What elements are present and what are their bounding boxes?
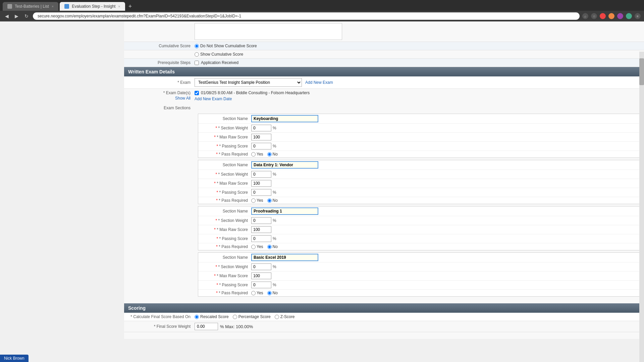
pass-req-no-1[interactable]: No — [267, 152, 278, 157]
extension-icon-red[interactable] — [600, 13, 606, 19]
max-raw-label-4: * * Max Raw Score — [201, 274, 251, 278]
section-3-passing-input[interactable] — [251, 235, 271, 242]
pass-req-yes-4[interactable]: Yes — [251, 291, 263, 295]
section-1-name-row: Section Name — [198, 114, 640, 124]
section-3-name-input[interactable] — [251, 207, 318, 215]
pass-req-no-4[interactable]: No — [267, 291, 278, 295]
section-name-label-3: Section Name — [201, 209, 251, 214]
status-bar: Nick Brown — [0, 355, 29, 362]
pass-req-label-4: * * Pass Required — [201, 291, 251, 295]
section-2-weight-input[interactable] — [251, 171, 271, 178]
description-textarea[interactable] — [195, 23, 342, 40]
percentage-score-option[interactable]: Percentage Score — [233, 314, 271, 319]
section-2-name-input[interactable] — [251, 161, 318, 169]
pass-req-yes-3[interactable]: Yes — [251, 244, 263, 249]
section-1-passing-input[interactable] — [251, 143, 271, 149]
exam-controls: TestGenius Test Insight Sample Position … — [195, 78, 333, 87]
final-score-weight-controls: % Max: 100.00% — [195, 323, 253, 330]
tab-bar: Test-Batteries | List × Evaluation Step … — [0, 0, 644, 11]
section-4-weight-input[interactable] — [251, 263, 271, 270]
forward-button[interactable]: ▶ — [13, 13, 20, 19]
menu-icon[interactable]: ≡ — [635, 13, 641, 19]
exam-select[interactable]: TestGenius Test Insight Sample Position — [195, 78, 302, 87]
percentage-score-radio[interactable] — [233, 315, 237, 319]
final-score-weight-input[interactable] — [195, 323, 218, 330]
scrollbar[interactable] — [639, 52, 644, 362]
textarea-row — [124, 21, 644, 42]
pass-req-no-radio-2[interactable] — [267, 198, 272, 203]
exam-label: * Exam — [127, 80, 195, 85]
star-icon[interactable]: ☆ — [591, 13, 597, 19]
cumulative-radio-no[interactable] — [195, 44, 199, 48]
pass-req-yes-radio-3[interactable] — [251, 245, 256, 249]
section-2-passing-input[interactable] — [251, 189, 271, 196]
calculate-score-label: * Calculate Final Score Based On — [127, 314, 195, 319]
pass-req-no-radio-3[interactable] — [267, 245, 272, 249]
pct-4: % — [273, 264, 276, 269]
exam-date-checkbox[interactable] — [195, 91, 199, 95]
zscore-radio[interactable] — [275, 315, 279, 319]
scroll-thumb[interactable] — [639, 58, 644, 85]
tab-batteries[interactable]: Test-Batteries | List × — [3, 2, 58, 11]
search-icon[interactable]: ⌕ — [582, 13, 588, 19]
extension-icon-green[interactable] — [626, 13, 632, 19]
section-weight-label-2: * * Section Weight — [201, 172, 251, 177]
main-area: Cumulative Score Do Not Show Cumulative … — [0, 21, 644, 339]
cumulative-score-options2: Show Cumulative Score — [195, 52, 243, 57]
extension-icon-orange[interactable] — [608, 13, 614, 19]
section-4-name-input[interactable] — [251, 254, 318, 261]
section-3-weight-input[interactable] — [251, 217, 271, 224]
cumulative-score-option1[interactable]: Do Not Show Cumulative Score — [195, 44, 257, 48]
tab-favicon-1 — [7, 4, 12, 9]
add-new-exam-link[interactable]: Add New Exam — [305, 80, 333, 85]
section-3-maxraw-input[interactable] — [251, 226, 271, 233]
max-raw-label-3: * * Max Raw Score — [201, 227, 251, 232]
section-block-1: Section Name * * Section Weight % * * Ma… — [198, 114, 640, 158]
pct-1: % — [273, 126, 276, 130]
written-exam-header: Written Exam Details — [124, 67, 644, 76]
section-1-passing-row: * * Passing Score % — [198, 142, 640, 151]
cumulative-score-label: Cumulative Score — [127, 44, 195, 48]
pass-req-no-radio-4[interactable] — [267, 291, 272, 295]
zscore-option[interactable]: Z-Score — [275, 314, 295, 319]
page-wrapper: Cumulative Score Do Not Show Cumulative … — [0, 21, 644, 362]
scoring-header: Scoring — [124, 303, 644, 313]
section-1-maxraw-input[interactable] — [251, 134, 271, 140]
section-4-passing-input[interactable] — [251, 282, 271, 288]
section-1-name-input[interactable] — [251, 115, 318, 122]
new-tab-button[interactable]: + — [126, 3, 134, 10]
pass-req-yes-radio-1[interactable] — [251, 152, 256, 157]
section-block-3: Section Name * * Section Weight % * * Ma… — [198, 206, 640, 250]
section-4-maxraw-input[interactable] — [251, 273, 271, 279]
exam-row: * Exam TestGenius Test Insight Sample Po… — [124, 76, 644, 89]
show-all-link[interactable]: Show All — [127, 96, 191, 101]
section-2-maxraw-input[interactable] — [251, 180, 271, 187]
passing-score-label-2: * * Passing Score — [201, 190, 251, 195]
cumulative-radio-yes[interactable] — [195, 52, 199, 57]
rescaled-score-radio[interactable] — [195, 315, 199, 319]
section-1-weight-input[interactable] — [251, 125, 271, 131]
section-block-4: Section Name * * Section Weight % * * Ma… — [198, 252, 640, 297]
extension-icon-purple[interactable] — [617, 13, 623, 19]
add-new-exam-date-link[interactable]: Add New Exam Date — [195, 97, 310, 101]
tab-evaluation[interactable]: Evaluation Step - Insight × — [60, 2, 125, 11]
pass-req-no-radio-1[interactable] — [267, 152, 272, 157]
pass-req-yes-radio-4[interactable] — [251, 291, 256, 295]
prerequisite-checkbox[interactable] — [195, 61, 199, 65]
back-button[interactable]: ◀ — [3, 13, 10, 19]
pass-req-no-3[interactable]: No — [267, 244, 278, 249]
scoring-header-text: Scoring — [128, 305, 146, 311]
pass-req-yes-radio-2[interactable] — [251, 198, 256, 203]
section-3-weight-row: * * Section Weight % — [198, 216, 640, 225]
refresh-button[interactable]: ↻ — [23, 13, 30, 19]
cumulative-score-option2[interactable]: Show Cumulative Score — [195, 52, 243, 57]
pass-req-no-2[interactable]: No — [267, 198, 278, 203]
prerequisite-row: Prerequisite Steps Application Received — [124, 59, 644, 67]
pass-req-yes-1[interactable]: Yes — [251, 152, 263, 157]
address-bar[interactable] — [33, 12, 580, 20]
pass-req-yes-2[interactable]: Yes — [251, 198, 263, 203]
rescaled-score-option[interactable]: Rescaled Score — [195, 314, 229, 319]
tab-close-1[interactable]: × — [52, 4, 54, 8]
tab-close-2[interactable]: × — [118, 4, 120, 8]
prerequisite-checkbox-label: Application Received — [201, 60, 238, 65]
